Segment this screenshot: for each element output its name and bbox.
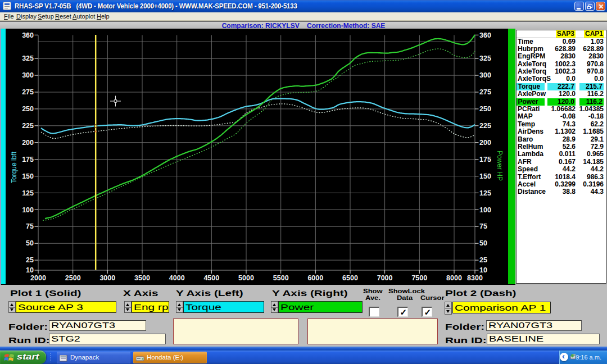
svg-text:25: 25 [26, 256, 34, 264]
svg-text:25: 25 [479, 256, 487, 264]
svg-text:150: 150 [22, 172, 34, 180]
svg-text:175: 175 [22, 156, 34, 163]
svg-text:300: 300 [479, 71, 491, 79]
svg-text:200: 200 [22, 139, 34, 147]
svg-text:175: 175 [479, 156, 491, 163]
svg-text:250: 250 [479, 105, 491, 113]
svg-text:100: 100 [22, 206, 34, 214]
svg-text:4500: 4500 [203, 274, 219, 282]
svg-text:275: 275 [22, 88, 34, 96]
svg-text:360: 360 [22, 31, 34, 39]
svg-text:7000: 7000 [377, 274, 393, 282]
svg-text:75: 75 [479, 222, 487, 230]
svg-text:75: 75 [26, 222, 34, 230]
svg-text:200: 200 [479, 139, 491, 147]
svg-text:5500: 5500 [273, 274, 289, 282]
svg-text:100: 100 [479, 206, 491, 214]
svg-text:325: 325 [479, 54, 491, 62]
svg-text:Power HP: Power HP [496, 151, 504, 181]
svg-text:300: 300 [22, 71, 34, 79]
svg-text:10: 10 [479, 266, 487, 274]
svg-text:275: 275 [479, 88, 491, 96]
svg-text:250: 250 [22, 105, 34, 113]
svg-text:125: 125 [479, 189, 491, 197]
svg-text:8300: 8300 [467, 274, 483, 282]
svg-text:8000: 8000 [446, 274, 462, 282]
svg-text:3000: 3000 [99, 274, 115, 282]
svg-text:6000: 6000 [307, 274, 323, 282]
svg-text:6500: 6500 [342, 274, 358, 282]
svg-text:Torque lbft: Torque lbft [10, 151, 18, 183]
svg-text:325: 325 [22, 54, 34, 62]
svg-text:3500: 3500 [134, 274, 150, 282]
svg-text:50: 50 [479, 239, 487, 247]
svg-text:2000: 2000 [30, 274, 46, 282]
svg-text:2500: 2500 [65, 274, 81, 282]
svg-text:50: 50 [26, 239, 34, 247]
svg-text:225: 225 [22, 122, 34, 130]
svg-text:7500: 7500 [411, 274, 427, 282]
svg-text:225: 225 [479, 122, 491, 130]
svg-text:125: 125 [22, 189, 34, 197]
svg-text:4000: 4000 [169, 274, 185, 282]
svg-text:5000: 5000 [238, 274, 254, 282]
svg-text:360: 360 [479, 31, 491, 39]
svg-text:150: 150 [479, 172, 491, 180]
svg-text:10: 10 [26, 266, 34, 274]
